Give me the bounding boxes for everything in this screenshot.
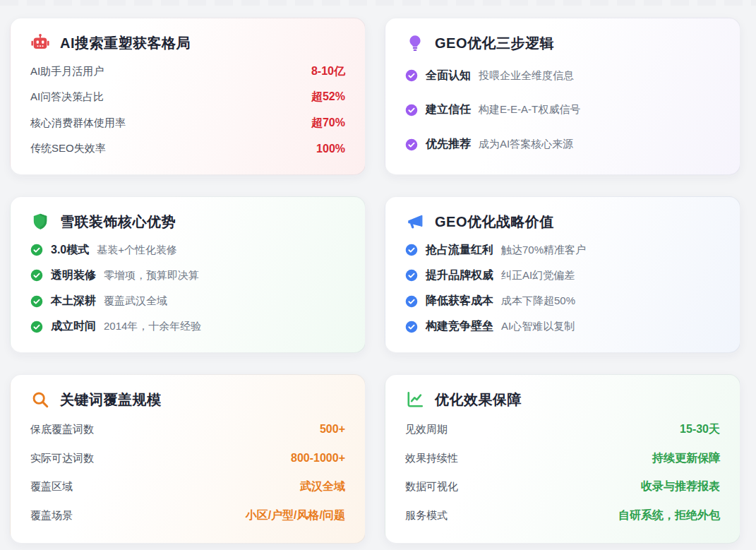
- stat-list: 见效周期 15-30天 效果持续性 持续更新保障 数据可视化 收录与推荐报表 服…: [405, 415, 720, 530]
- stat-row: 保底覆盖词数 500+: [30, 422, 345, 437]
- chart-icon: [405, 390, 425, 409]
- card-ai-search: AI搜索重塑获客格局 AI助手月活用户 8-10亿 AI问答决策占比 超52% …: [10, 18, 366, 175]
- stat-row: AI助手月活用户 8-10亿: [30, 64, 345, 79]
- stat-value: 超52%: [311, 90, 345, 104]
- item-term: 降低获客成本: [426, 294, 493, 309]
- item-desc: 纠正AI幻觉偏差: [501, 269, 575, 282]
- stat-row: 覆盖区域 武汉全域: [30, 479, 345, 495]
- stat-value: 800-1000+: [291, 452, 345, 465]
- card-header: GEO优化三步逻辑: [405, 33, 720, 53]
- stat-value: 自研系统，拒绝外包: [618, 508, 720, 523]
- robot-icon: [30, 33, 50, 53]
- check-circle-icon: [405, 295, 418, 308]
- stat-value: 超70%: [311, 116, 345, 131]
- check-circle-icon: [405, 321, 418, 333]
- lightbulb-icon: [405, 33, 425, 53]
- card-title: 关键词覆盖规模: [60, 390, 162, 409]
- card-title: 雪联装饰核心优势: [60, 213, 176, 232]
- card-geo-value: GEO优化战略价值 抢占流量红利 触达70%精准客户 提升品牌权威 纠正AI幻觉…: [385, 196, 740, 353]
- check-circle-icon: [405, 104, 418, 116]
- check-circle-icon: [30, 295, 43, 308]
- item-desc: 2014年，十余年经验: [104, 320, 201, 333]
- stat-value: 8-10亿: [311, 64, 345, 79]
- shield-icon: [30, 212, 50, 232]
- item-desc: 零增项，预算即决算: [104, 269, 199, 282]
- check-circle-icon: [405, 69, 418, 82]
- stat-value: 武汉全域: [300, 479, 345, 494]
- card-effect-guarantee: 优化效果保障 见效周期 15-30天 效果持续性 持续更新保障 数据可视化 收录…: [385, 374, 740, 544]
- card-company-strengths: 雪联装饰核心优势 3.0模式 基装+个性化装修 透明装修 零增项，预算即决算: [10, 196, 366, 353]
- card-header: 雪联装饰核心优势: [30, 212, 345, 232]
- bullet-list: 抢占流量红利 触达70%精准客户 提升品牌权威 纠正AI幻觉偏差 降低获客成本 …: [405, 237, 720, 340]
- check-circle-icon: [30, 269, 43, 282]
- stat-row: AI问答决策占比 超52%: [30, 90, 345, 105]
- item-term: 提升品牌权威: [426, 268, 493, 283]
- stat-row: 数据可视化 收录与推荐报表: [405, 479, 720, 495]
- stat-value: 100%: [316, 143, 345, 155]
- card-geo-steps: GEO优化三步逻辑 全面认知 投喂企业全维度信息 建立信任 构建E-E-A-T权…: [385, 18, 740, 175]
- list-item: 优先推荐 成为AI答案核心来源: [405, 136, 720, 153]
- check-circle-icon: [405, 269, 418, 282]
- list-item: 抢占流量红利 触达70%精准客户: [405, 241, 720, 258]
- card-header: AI搜索重塑获客格局: [30, 33, 345, 53]
- bullet-list: 全面认知 投喂企业全维度信息 建立信任 构建E-E-A-T权威信号 优先推荐 成…: [405, 59, 720, 162]
- stat-row: 传统SEO失效率 100%: [30, 141, 345, 157]
- item-term: 建立信任: [426, 102, 471, 117]
- bullet-list: 3.0模式 基装+个性化装修 透明装修 零增项，预算即决算 本土深耕 覆盖武汉全…: [30, 237, 345, 340]
- item-desc: 投喂企业全维度信息: [479, 69, 574, 83]
- megaphone-icon: [405, 212, 425, 232]
- list-item: 全面认知 投喂企业全维度信息: [405, 67, 720, 84]
- list-item: 3.0模式 基装+个性化装修: [30, 241, 345, 258]
- check-circle-icon: [30, 321, 43, 333]
- item-desc: 成为AI答案核心来源: [479, 138, 573, 151]
- stat-value: 小区/户型/风格/问题: [246, 508, 345, 523]
- cropped-content-edge: [0, 0, 756, 6]
- stat-row: 实际可达词数 800-1000+: [30, 450, 345, 466]
- stat-label: 保底覆盖词数: [30, 423, 94, 436]
- item-desc: AI心智难以复制: [501, 320, 575, 333]
- card-keyword-coverage: 关键词覆盖规模 保底覆盖词数 500+ 实际可达词数 800-1000+ 覆盖区…: [10, 374, 366, 544]
- list-item: 建立信任 构建E-E-A-T权威信号: [405, 102, 720, 119]
- item-desc: 基装+个性化装修: [97, 244, 177, 257]
- stat-label: 实际可达词数: [30, 452, 94, 465]
- stat-label: 核心消费群体使用率: [30, 116, 126, 130]
- stat-row: 覆盖场景 小区/户型/风格/问题: [30, 508, 345, 524]
- list-item: 构建竞争壁垒 AI心智难以复制: [405, 318, 720, 335]
- list-item: 提升品牌权威 纠正AI幻觉偏差: [405, 267, 720, 284]
- stat-value: 收录与推荐报表: [641, 479, 720, 494]
- check-circle-icon: [405, 244, 418, 256]
- card-title: 优化效果保障: [435, 390, 522, 409]
- item-desc: 触达70%精准客户: [501, 244, 586, 257]
- item-term: 优先推荐: [426, 137, 471, 152]
- card-title: GEO优化三步逻辑: [435, 34, 554, 53]
- stat-value: 500+: [320, 423, 345, 436]
- card-header: GEO优化战略价值: [405, 212, 720, 232]
- item-term: 成立时间: [51, 319, 96, 334]
- stat-value: 持续更新保障: [652, 451, 720, 466]
- list-item: 透明装修 零增项，预算即决算: [30, 267, 345, 284]
- list-item: 成立时间 2014年，十余年经验: [30, 318, 345, 335]
- stat-label: 覆盖区域: [30, 480, 73, 494]
- item-term: 透明装修: [51, 268, 96, 283]
- card-header: 优化效果保障: [405, 390, 720, 409]
- check-circle-icon: [30, 244, 43, 256]
- card-header: 关键词覆盖规模: [30, 390, 345, 409]
- stat-row: 核心消费群体使用率 超70%: [30, 115, 345, 131]
- item-term: 3.0模式: [51, 243, 89, 258]
- item-term: 全面认知: [426, 68, 471, 83]
- check-circle-icon: [405, 138, 418, 151]
- item-desc: 构建E-E-A-T权威信号: [479, 103, 580, 116]
- stat-row: 服务模式 自研系统，拒绝外包: [405, 508, 720, 524]
- stat-row: 效果持续性 持续更新保障: [405, 450, 720, 466]
- stat-label: 覆盖场景: [30, 509, 73, 522]
- stat-label: 数据可视化: [405, 480, 458, 494]
- item-term: 抢占流量红利: [426, 243, 493, 258]
- list-item: 降低获客成本 成本下降超50%: [405, 293, 720, 310]
- card-title: AI搜索重塑获客格局: [60, 34, 191, 53]
- stat-label: AI助手月活用户: [30, 65, 104, 78]
- item-term: 构建竞争壁垒: [426, 319, 493, 334]
- item-desc: 覆盖武汉全域: [104, 294, 167, 308]
- list-item: 本土深耕 覆盖武汉全域: [30, 293, 345, 310]
- stat-label: 见效周期: [405, 423, 448, 436]
- item-desc: 成本下降超50%: [501, 294, 575, 308]
